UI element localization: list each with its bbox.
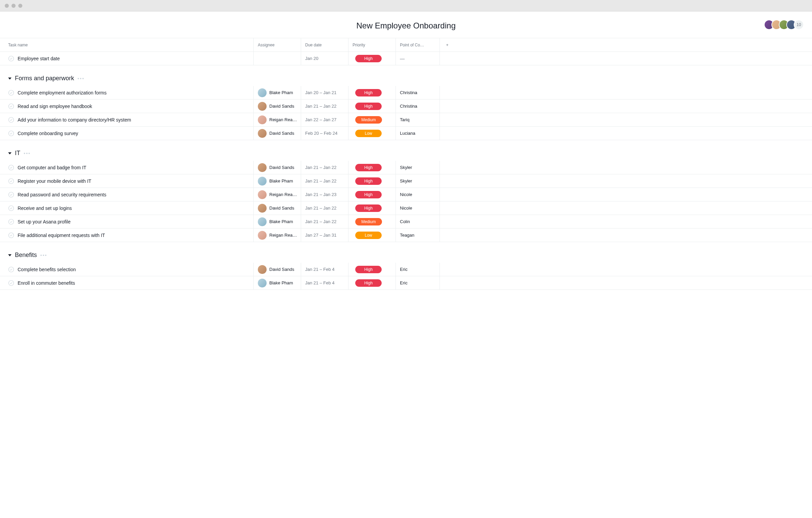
- section-caret-icon[interactable]: [8, 152, 12, 154]
- complete-checkbox-icon[interactable]: [8, 266, 14, 273]
- assignee-avatar: [258, 217, 267, 226]
- assignee-cell[interactable]: David Sands: [254, 161, 301, 174]
- section-caret-icon[interactable]: [8, 78, 12, 80]
- complete-checkbox-icon[interactable]: [8, 178, 14, 184]
- priority-pill[interactable]: High: [355, 89, 382, 96]
- assignee-name: Blake Pham: [269, 90, 293, 95]
- project-members[interactable]: 10: [764, 20, 804, 30]
- section-more-icon[interactable]: •••: [24, 151, 31, 156]
- priority-pill[interactable]: High: [355, 164, 382, 171]
- section-more-icon[interactable]: •••: [40, 253, 47, 258]
- complete-checkbox-icon[interactable]: [8, 90, 14, 96]
- assignee-cell[interactable]: David Sands: [254, 100, 301, 113]
- task-row[interactable]: Employee start date Jan 20 High —: [0, 52, 812, 65]
- svg-point-8: [9, 206, 14, 211]
- task-row[interactable]: Enroll in commuter benefitsBlake PhamJan…: [0, 276, 812, 290]
- assignee-cell[interactable]: David Sands: [254, 201, 301, 215]
- complete-checkbox-icon[interactable]: [8, 165, 14, 171]
- task-row[interactable]: Complete employment authorization formsB…: [0, 86, 812, 100]
- priority-pill[interactable]: High: [355, 55, 382, 62]
- due-date: Jan 21 – Jan 22: [305, 165, 337, 170]
- column-header-assignee[interactable]: Assignee: [254, 38, 301, 51]
- task-name: Read password and security requirements: [18, 192, 106, 197]
- add-column-button[interactable]: +: [440, 38, 455, 51]
- assignee-cell[interactable]: Blake Pham: [254, 215, 301, 228]
- assignee-cell[interactable]: Reigan Rea…: [254, 188, 301, 201]
- task-row[interactable]: Complete onboarding surveyDavid SandsFeb…: [0, 127, 812, 140]
- assignee-cell[interactable]: Blake Pham: [254, 276, 301, 289]
- assignee-name: David Sands: [269, 206, 294, 211]
- section-caret-icon[interactable]: [8, 254, 12, 256]
- complete-checkbox-icon[interactable]: [8, 232, 14, 238]
- poc-name: Eric: [400, 267, 407, 272]
- task-row[interactable]: Register your mobile device with ITBlake…: [0, 174, 812, 188]
- window-chrome: [0, 0, 812, 12]
- priority-pill[interactable]: High: [355, 103, 382, 110]
- poc-name: Skyler: [400, 165, 412, 170]
- task-row[interactable]: Add your information to company director…: [0, 113, 812, 127]
- task-row[interactable]: Read and sign employee handbookDavid San…: [0, 100, 812, 113]
- poc-name: Skyler: [400, 178, 412, 184]
- due-date: Jan 20: [305, 56, 318, 61]
- column-header-poc[interactable]: Point of Co…: [396, 38, 440, 51]
- due-date: Jan 20 – Jan 21: [305, 90, 337, 95]
- priority-pill[interactable]: High: [355, 279, 382, 287]
- svg-point-2: [9, 104, 14, 109]
- column-header-priority[interactable]: Priority: [348, 38, 396, 51]
- priority-pill[interactable]: Medium: [355, 218, 382, 225]
- section-header[interactable]: IT•••: [0, 140, 812, 161]
- task-name: Employee start date: [18, 56, 60, 61]
- complete-checkbox-icon[interactable]: [8, 130, 14, 136]
- priority-pill[interactable]: High: [355, 204, 382, 212]
- poc-name: Luciana: [400, 131, 415, 136]
- column-header-task[interactable]: Task name: [0, 38, 254, 51]
- task-row[interactable]: Receive and set up loginsDavid SandsJan …: [0, 201, 812, 215]
- task-name: Complete onboarding survey: [18, 131, 78, 136]
- assignee-cell[interactable]: [254, 52, 301, 65]
- complete-checkbox-icon[interactable]: [8, 280, 14, 286]
- assignee-cell[interactable]: Reigan Rea…: [254, 229, 301, 242]
- task-row[interactable]: Complete benefits selectionDavid SandsJa…: [0, 263, 812, 276]
- priority-pill[interactable]: High: [355, 266, 382, 273]
- complete-checkbox-icon[interactable]: [8, 192, 14, 198]
- assignee-name: David Sands: [269, 104, 294, 109]
- task-name: Receive and set up logins: [18, 206, 72, 211]
- complete-checkbox-icon[interactable]: [8, 219, 14, 225]
- section-more-icon[interactable]: •••: [77, 76, 85, 81]
- column-header-due[interactable]: Due date: [301, 38, 348, 51]
- member-overflow-count[interactable]: 10: [794, 20, 804, 30]
- assignee-name: David Sands: [269, 131, 294, 136]
- traffic-light-close[interactable]: [5, 4, 9, 8]
- task-name: Get computer and badge from IT: [18, 165, 86, 170]
- assignee-avatar: [258, 177, 267, 186]
- section-header[interactable]: Forms and paperwork•••: [0, 65, 812, 86]
- complete-checkbox-icon[interactable]: [8, 205, 14, 211]
- priority-pill[interactable]: High: [355, 191, 382, 198]
- traffic-light-zoom[interactable]: [18, 4, 22, 8]
- priority-pill[interactable]: Medium: [355, 116, 382, 124]
- assignee-avatar: [258, 102, 267, 111]
- priority-pill[interactable]: Low: [355, 130, 382, 137]
- assignee-cell[interactable]: Reigan Rea…: [254, 113, 301, 126]
- task-row[interactable]: Read password and security requirementsR…: [0, 188, 812, 201]
- priority-pill[interactable]: High: [355, 177, 382, 185]
- due-date: Jan 21 – Jan 22: [305, 219, 337, 224]
- complete-checkbox-icon[interactable]: [8, 117, 14, 123]
- complete-checkbox-icon[interactable]: [8, 103, 14, 109]
- assignee-cell[interactable]: Blake Pham: [254, 174, 301, 188]
- assignee-cell[interactable]: David Sands: [254, 127, 301, 140]
- section-header[interactable]: Benefits•••: [0, 242, 812, 263]
- assignee-avatar: [258, 115, 267, 124]
- poc-name: Christina: [400, 104, 417, 109]
- complete-checkbox-icon[interactable]: [8, 56, 14, 62]
- assignee-cell[interactable]: David Sands: [254, 263, 301, 276]
- columns-header: Task name Assignee Due date Priority Poi…: [0, 38, 812, 52]
- priority-pill[interactable]: Low: [355, 232, 382, 239]
- task-row[interactable]: File additional equipment requests with …: [0, 229, 812, 242]
- task-name: File additional equipment requests with …: [18, 233, 105, 238]
- poc-name: Eric: [400, 280, 407, 285]
- assignee-cell[interactable]: Blake Pham: [254, 86, 301, 99]
- task-row[interactable]: Set up your Asana profileBlake PhamJan 2…: [0, 215, 812, 229]
- traffic-light-minimize[interactable]: [12, 4, 16, 8]
- task-row[interactable]: Get computer and badge from ITDavid Sand…: [0, 161, 812, 174]
